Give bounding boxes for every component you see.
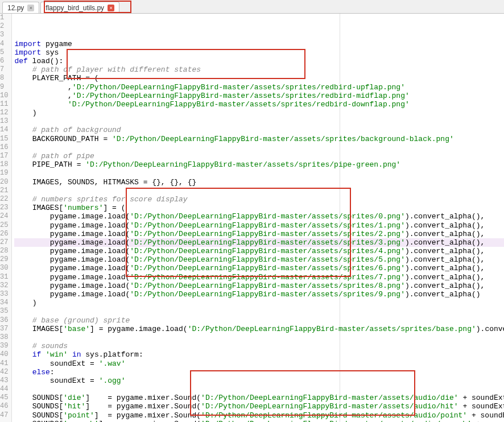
code-line[interactable]: pygame.image.load('D:/Python/DeepLearnin… xyxy=(14,290,504,299)
code-line[interactable]: # sounds xyxy=(14,342,504,350)
editor[interactable]: 1234567891011121314151617181920212223242… xyxy=(0,14,504,422)
code-line[interactable]: BACKGROUND_PATH = 'D:/Python/DeepLearnin… xyxy=(14,135,504,143)
code-line[interactable]: PLAYER_PATH = ( xyxy=(14,74,504,82)
tab-bar: 12.py × flappy_bird_utils.py × xyxy=(0,0,504,14)
code-line[interactable]: pygame.image.load('D:/Python/DeepLearnin… xyxy=(14,212,504,221)
line-number: 15 xyxy=(0,135,8,143)
line-number: 26 xyxy=(0,230,8,238)
line-number: 13 xyxy=(0,117,8,126)
code-line[interactable]: def load(): xyxy=(14,57,504,65)
code-line[interactable]: pygame.image.load('D:/Python/DeepLearnin… xyxy=(14,221,504,230)
code-line[interactable]: # numbers sprites for score display xyxy=(14,195,504,204)
code-line[interactable]: pygame.image.load('D:/Python/DeepLearnin… xyxy=(14,230,504,238)
code-line[interactable]: PIPE_PATH = 'D:/Python/DeepLearningFlapp… xyxy=(14,160,504,169)
line-number: 20 xyxy=(0,178,8,187)
line-number: 3 xyxy=(0,31,8,39)
line-number: 6 xyxy=(0,57,8,65)
line-number: 21 xyxy=(0,187,8,195)
code-line[interactable]: SOUNDS['hit'] = pygame.mixer.Sound('D:/P… xyxy=(14,402,504,411)
line-number: 44 xyxy=(0,385,8,394)
line-number: 2 xyxy=(0,22,8,31)
line-number: 9 xyxy=(0,83,8,92)
code-line[interactable]: import pygame xyxy=(14,40,504,48)
line-number: 37 xyxy=(0,325,8,333)
line-number: 18 xyxy=(0,160,8,169)
code-line[interactable] xyxy=(14,187,504,195)
code-line[interactable] xyxy=(14,333,504,342)
line-number: 38 xyxy=(0,333,8,342)
line-number: 4 xyxy=(0,40,8,48)
code-line[interactable] xyxy=(14,385,504,394)
code-line[interactable]: pygame.image.load('D:/Python/DeepLearnin… xyxy=(14,282,504,290)
line-number: 27 xyxy=(0,238,8,247)
code-line[interactable]: if 'win' in sys.platform: xyxy=(14,350,504,359)
tab-12py[interactable]: 12.py × xyxy=(2,2,39,13)
modified-icon[interactable]: × xyxy=(108,5,114,11)
line-number: 41 xyxy=(0,359,8,368)
code-line[interactable]: import sys xyxy=(14,48,504,57)
close-icon[interactable]: × xyxy=(27,5,34,11)
code-line[interactable]: 'D:/Python/DeepLearningFlappyBird-master… xyxy=(14,100,504,109)
line-number: 17 xyxy=(0,152,8,160)
code-line[interactable]: ,'D:/Python/DeepLearningFlappyBird-maste… xyxy=(14,92,504,100)
code-line[interactable]: SOUNDS['die'] = pygame.mixer.Sound('D:/P… xyxy=(14,394,504,402)
code-line[interactable]: pygame.image.load('D:/Python/DeepLearnin… xyxy=(14,273,504,282)
line-number: 30 xyxy=(0,264,8,272)
line-number: 34 xyxy=(0,299,8,307)
line-number: 28 xyxy=(0,247,8,255)
code-line[interactable]: IMAGES['numbers'] = ( xyxy=(14,204,504,212)
code-line[interactable]: pygame.image.load('D:/Python/DeepLearnin… xyxy=(14,264,504,272)
line-number: 40 xyxy=(0,350,8,359)
code-line[interactable]: # path of pipe xyxy=(14,152,504,160)
line-number: 42 xyxy=(0,368,8,377)
code-line[interactable]: soundExt = '.ogg' xyxy=(14,377,504,385)
line-number: 12 xyxy=(0,109,8,117)
line-number: 14 xyxy=(0,126,8,134)
code-line[interactable]: # path of background xyxy=(14,126,504,134)
code-line[interactable]: ,'D:/Python/DeepLearningFlappyBird-maste… xyxy=(14,83,504,92)
line-number: 23 xyxy=(0,204,8,212)
line-number: 10 xyxy=(0,92,8,100)
code-line[interactable]: pygame.image.load('D:/Python/DeepLearnin… xyxy=(14,238,504,247)
line-number: 1 xyxy=(0,14,8,22)
line-number: 46 xyxy=(0,402,8,411)
line-number: 39 xyxy=(0,342,8,350)
code-line[interactable]: SOUNDS['point'] = pygame.mixer.Sound('D:… xyxy=(14,411,504,420)
line-number: 7 xyxy=(0,65,8,74)
code-line[interactable]: pygame.image.load('D:/Python/DeepLearnin… xyxy=(14,255,504,264)
line-number: 5 xyxy=(0,48,8,57)
line-number: 32 xyxy=(0,282,8,290)
code-line[interactable]: IMAGES, SOUNDS, HITMASKS = {}, {}, {} xyxy=(14,178,504,187)
line-gutter: 1234567891011121314151617181920212223242… xyxy=(0,14,12,422)
line-number: 16 xyxy=(0,143,8,152)
line-number: 22 xyxy=(0,195,8,204)
code-line[interactable]: else: xyxy=(14,368,504,377)
code-line[interactable] xyxy=(14,307,504,316)
line-number: 8 xyxy=(0,74,8,82)
code-line[interactable]: pygame.image.load('D:/Python/DeepLearnin… xyxy=(14,247,504,255)
line-number: 11 xyxy=(0,100,8,109)
tab-flappy-bird-utils[interactable]: flappy_bird_utils.py × xyxy=(40,2,119,13)
code-line[interactable]: ) xyxy=(14,109,504,117)
code-line[interactable]: # base (ground) sprite xyxy=(14,316,504,325)
line-number: 29 xyxy=(0,255,8,264)
code-line[interactable] xyxy=(14,169,504,177)
line-number: 35 xyxy=(0,307,8,316)
line-number: 19 xyxy=(0,169,8,177)
code-line[interactable]: # path of player with different states xyxy=(14,65,504,74)
code-area[interactable]: import pygameimport sysdef load(): # pat… xyxy=(12,14,504,422)
line-number: 33 xyxy=(0,290,8,299)
code-line[interactable]: IMAGES['base'] = pygame.image.load('D:/P… xyxy=(14,325,504,333)
code-line[interactable] xyxy=(14,143,504,152)
line-number: 25 xyxy=(0,221,8,230)
line-number: 47 xyxy=(0,411,8,420)
line-number: 45 xyxy=(0,394,8,402)
line-number: 31 xyxy=(0,273,8,282)
code-line[interactable] xyxy=(14,117,504,126)
line-number: 43 xyxy=(0,377,8,385)
tab-label: flappy_bird_utils.py xyxy=(46,4,104,12)
tab-label: 12.py xyxy=(7,4,24,12)
code-line[interactable]: ) xyxy=(14,299,504,307)
code-line[interactable]: SOUNDS['swoosh'] = pygame.mixer.Sound('D… xyxy=(14,420,504,422)
code-line[interactable]: soundExt = '.wav' xyxy=(14,359,504,368)
